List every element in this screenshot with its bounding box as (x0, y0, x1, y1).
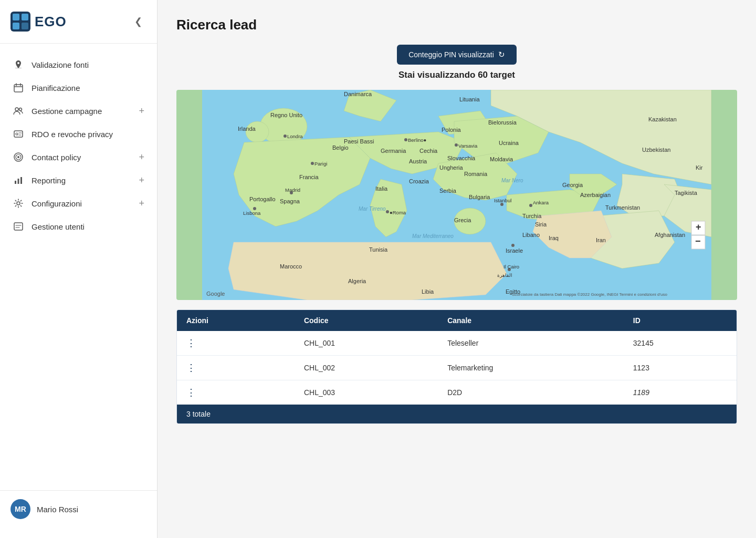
table-footer: 3 totale (177, 405, 737, 423)
col-header-canale: Canale (438, 310, 624, 331)
sidebar-item-rdo-revoche[interactable]: RDO e revoche privacy (0, 122, 157, 146)
sidebar-collapse-button[interactable]: ❮ (130, 14, 146, 29)
svg-text:Iran: Iran (596, 237, 606, 243)
sidebar-item-gestione-campagne[interactable]: Gestione campagne + (0, 99, 157, 122)
cell-id-3: 1189 (624, 380, 737, 405)
logo-icon (10, 12, 30, 32)
sidebar-item-contact-policy-label: Contact policy (32, 153, 131, 162)
svg-text:Scorciatoie da tastiera  Dati : Scorciatoie da tastiera Dati mappa ©2022… (512, 292, 667, 297)
svg-text:Kir: Kir (696, 164, 703, 171)
svg-text:Lituania: Lituania (459, 96, 480, 102)
sidebar-item-reporting[interactable]: Reporting + (0, 169, 157, 192)
calendar-icon (13, 82, 24, 94)
sidebar-header: EGO ❮ (0, 0, 157, 44)
sidebar-nav: Validazione fonti Pianificazione Gestion… (0, 44, 157, 490)
svg-rect-4 (22, 23, 28, 29)
svg-text:Turkmenistan: Turkmenistan (605, 204, 640, 211)
svg-text:Moldavia: Moldavia (490, 156, 513, 162)
svg-text:Croazia: Croazia (409, 178, 429, 184)
pin-icon (13, 59, 24, 70)
svg-text:Regno Unito: Regno Unito (270, 112, 302, 118)
cell-id-2: 1123 (624, 356, 737, 380)
svg-point-20 (246, 121, 269, 142)
row-action-menu-2[interactable]: ⋮ (186, 362, 196, 374)
svg-text:Polonia: Polonia (442, 127, 461, 133)
svg-rect-5 (14, 85, 23, 92)
svg-text:Serbia: Serbia (439, 188, 457, 194)
cell-actions-3[interactable]: ⋮ (177, 380, 295, 405)
map-container[interactable]: Regno Unito Danimarca Lituania Irlanda L… (176, 90, 737, 300)
cell-id-1: 32145 (624, 331, 737, 356)
svg-point-6 (15, 108, 18, 111)
sidebar-item-validazione-fonti-label: Validazione fonti (32, 60, 144, 69)
svg-text:Austria: Austria (409, 158, 427, 164)
svg-point-52 (311, 162, 314, 165)
row-action-menu-1[interactable]: ⋮ (186, 337, 196, 349)
svg-text:Siria: Siria (535, 221, 547, 227)
svg-text:Google: Google (206, 291, 225, 297)
svg-rect-17 (14, 223, 23, 230)
sidebar-item-contact-policy[interactable]: Contact policy + (0, 146, 157, 169)
main-content: Ricerca lead Conteggio PIN visualizzati … (158, 0, 756, 538)
cell-actions-2[interactable]: ⋮ (177, 356, 295, 380)
pin-button-area: Conteggio PIN visualizzati ↻ Stai visual… (176, 45, 737, 85)
sidebar-item-pianificazione-label: Pianificazione (32, 84, 144, 92)
svg-rect-15 (20, 177, 22, 184)
sidebar-item-pianificazione[interactable]: Pianificazione (0, 76, 157, 99)
svg-text:Algeria: Algeria (348, 278, 366, 284)
svg-point-71 (529, 204, 532, 207)
sidebar-item-rdo-revoche-label: RDO e revoche privacy (32, 130, 144, 139)
svg-rect-14 (18, 179, 19, 184)
gear-icon (13, 198, 24, 209)
sidebar-item-reporting-label: Reporting (32, 176, 131, 185)
table-row: ⋮ CHL_003 D2D 1189 (177, 380, 737, 405)
results-table-wrapper: Azioni Codice Canale ID ⋮ CHL_001 Telese… (176, 309, 737, 424)
cell-actions-1[interactable]: ⋮ (177, 331, 295, 356)
svg-text:Istanbul: Istanbul (494, 198, 511, 203)
sidebar-item-validazione-fonti[interactable]: Validazione fonti (0, 53, 157, 76)
configurazioni-plus-icon[interactable]: + (139, 198, 144, 209)
sidebar-footer: MR Mario Rossi (0, 490, 157, 527)
svg-point-44 (404, 138, 407, 141)
svg-marker-34 (228, 242, 507, 300)
svg-rect-1 (13, 14, 19, 20)
svg-text:Germania: Germania (381, 148, 406, 154)
svg-text:●Roma: ●Roma (390, 210, 406, 215)
svg-text:Iraq: Iraq (549, 235, 559, 241)
target-icon (13, 151, 24, 163)
svg-text:+: + (696, 222, 701, 232)
svg-point-50 (455, 143, 458, 147)
svg-text:Italia: Italia (375, 185, 388, 192)
sidebar-item-configurazioni-label: Configurazioni (32, 199, 131, 208)
svg-text:Grecia: Grecia (454, 217, 471, 223)
row-action-menu-3[interactable]: ⋮ (186, 387, 196, 398)
svg-text:Mar Nero: Mar Nero (501, 178, 523, 183)
contact-policy-plus-icon[interactable]: + (139, 152, 144, 163)
cell-codice-2: CHL_002 (295, 356, 438, 380)
table-row: ⋮ CHL_001 Teleseller 32145 (177, 331, 737, 356)
svg-text:Afghanistan: Afghanistan (655, 232, 685, 238)
reporting-plus-icon[interactable]: + (139, 175, 144, 186)
svg-text:Azerbaigian: Azerbaigian (580, 192, 611, 198)
svg-point-86 (511, 244, 514, 247)
col-header-id: ID (624, 310, 737, 331)
gestione-campagne-plus-icon[interactable]: + (139, 106, 144, 117)
table-header-row: Azioni Codice Canale ID (177, 310, 737, 331)
svg-point-41 (284, 134, 287, 138)
svg-rect-2 (22, 14, 28, 20)
pin-count-button[interactable]: Conteggio PIN visualizzati ↻ (397, 45, 517, 65)
svg-rect-13 (15, 181, 16, 184)
sidebar-item-gestione-utenti[interactable]: Gestione utenti (0, 215, 157, 238)
svg-point-12 (17, 156, 19, 158)
cell-canale-2: Telemarketing (438, 356, 624, 380)
chart-icon (13, 174, 24, 186)
svg-text:Slovacchia: Slovacchia (447, 155, 476, 161)
sidebar-item-configurazioni[interactable]: Configurazioni + (0, 192, 157, 215)
svg-text:Mar Tirreno: Mar Tirreno (359, 206, 386, 212)
col-header-azioni: Azioni (177, 310, 295, 331)
users-list-icon (13, 221, 24, 232)
svg-text:Londra: Londra (287, 133, 303, 139)
svg-point-66 (386, 210, 389, 213)
sidebar-item-gestione-campagne-label: Gestione campagne (32, 107, 131, 116)
svg-text:Bulgaria: Bulgaria (469, 194, 490, 200)
